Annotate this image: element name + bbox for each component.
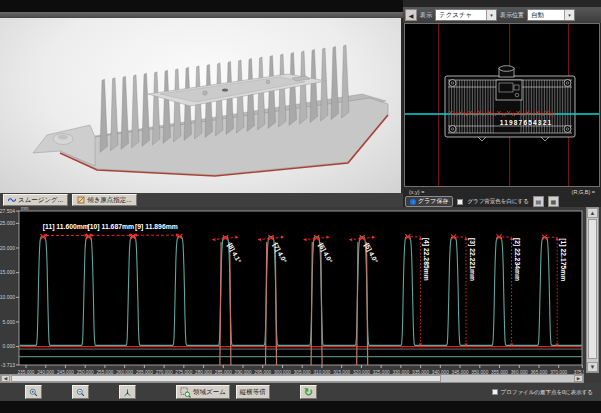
display-position-value: 自動	[528, 11, 564, 20]
top-view-toolbar: ◀ 表示 テクスチャ ▾ 表示位置 自動 ▾	[403, 7, 601, 23]
save-graph-button[interactable]: ↓ グラフ保存	[405, 196, 453, 207]
3d-viewport[interactable]	[0, 18, 403, 193]
copy-icon-button[interactable]: ▦	[548, 196, 559, 207]
profile-lowest-point-checkbox[interactable]	[492, 389, 498, 395]
axis-icon	[123, 387, 132, 398]
display-position-select[interactable]: 自動 ▾	[527, 9, 575, 21]
refresh-icon: ↻	[304, 387, 313, 397]
graph-bg-white-label: グラフ背景色を白にする	[467, 198, 528, 205]
svg-text:25.000: 25.000	[0, 220, 15, 226]
zoom-out-icon	[76, 387, 85, 398]
profile-graph-panel: mm27.50425.00020.00015.00010.0005.0000.0…	[0, 207, 601, 383]
measurement-application-window: スムージング... 傾き原点指定... ◀ 表示 テクスチャ ▾ 表示位置 自動…	[0, 0, 601, 413]
vertical-scroll-thumb[interactable]	[588, 219, 597, 359]
heatsink-3d-render	[0, 18, 403, 193]
profile-graph-canvas[interactable]: mm27.50425.00020.00015.00010.0005.0000.0…	[0, 207, 584, 374]
area-zoom-icon	[180, 387, 191, 398]
smoothing-button[interactable]: スムージング...	[3, 194, 68, 206]
top-black-strip	[0, 0, 403, 12]
collapse-panel-button[interactable]: ◀	[405, 9, 417, 21]
top-view-2d[interactable]: 11987654321	[404, 23, 600, 187]
zoom-out-button[interactable]	[72, 385, 89, 399]
display-mode-label: 表示	[420, 11, 432, 20]
equal-scale-label: 縦横等倍	[240, 388, 266, 397]
graph-toolbar: 領域ズーム 縦横等倍 ↻ プロファイルの最下点を0に表示する	[0, 383, 601, 401]
chevron-down-icon: ▾	[486, 10, 496, 20]
distance-measurement-label: [11] 11.600mm	[43, 223, 89, 231]
tilt-origin-icon	[77, 196, 85, 204]
part-top-view-drawing: 11987654321	[405, 24, 599, 186]
distance-measurement-label: [9] 11.896mm	[135, 223, 178, 231]
height-measurement-label: [4] 22.285mm	[422, 238, 430, 281]
svg-text:0.000: 0.000	[2, 343, 15, 349]
graph-action-row: ↓ グラフ保存 グラフ背景色を白にする ▤ ▦	[403, 196, 601, 207]
area-zoom-button[interactable]: 領域ズーム	[176, 385, 230, 399]
fin-number-labels: 11987654321	[500, 119, 553, 126]
cursor-xy-readout: (x,y) =	[409, 189, 424, 195]
scroll-down-icon[interactable]: ▼	[587, 362, 598, 372]
scroll-left-icon[interactable]: ◀	[1, 375, 10, 382]
tilt-origin-button-label: 傾き原点指定...	[87, 196, 132, 205]
bottom-black-strip	[0, 401, 601, 413]
collapse-icon: ◀	[409, 12, 414, 19]
top-view-panel: ◀ 表示 テクスチャ ▾ 表示位置 自動 ▾ 11987654321 (x,y)…	[403, 0, 601, 207]
graph-vertical-scrollbar[interactable]: ▲ ▼	[586, 207, 599, 373]
display-mode-value: テクスチャ	[436, 11, 486, 20]
zoom-in-button[interactable]	[25, 385, 42, 399]
height-measurement-label: [3] 22.221mm	[468, 238, 476, 281]
save-graph-icon: ↓	[410, 199, 416, 205]
tilt-origin-button[interactable]: 傾き原点指定...	[72, 194, 137, 206]
axis-origin-button[interactable]	[119, 385, 136, 399]
cursor-status-bar: (x,y) = (R,G,B) =	[403, 187, 601, 196]
svg-text:27.504: 27.504	[0, 208, 15, 214]
svg-text:20.000: 20.000	[0, 245, 15, 251]
height-measurement-label: [1] 22.175mm	[559, 238, 567, 281]
chevron-down-icon: ▾	[564, 10, 574, 20]
height-measurement-label: [2] 22.234mm	[513, 238, 521, 281]
display-mode-select[interactable]: テクスチャ ▾	[435, 9, 497, 21]
graph-bg-white-checkbox[interactable]	[457, 199, 463, 205]
svg-text:10.000: 10.000	[0, 294, 15, 300]
equal-scale-button[interactable]: 縦横等倍	[236, 385, 270, 399]
viewer3d-button-row: スムージング... 傾き原点指定...	[0, 193, 403, 207]
refresh-button[interactable]: ↻	[300, 385, 317, 399]
zoom-in-icon	[29, 387, 38, 398]
export-icon-button[interactable]: ▤	[533, 196, 544, 207]
svg-text:-3.713: -3.713	[1, 362, 15, 368]
svg-text:15.000: 15.000	[0, 269, 15, 275]
display-position-label: 表示位置	[500, 11, 524, 20]
distance-measurement-label: [10] 11.687mm	[88, 223, 134, 231]
area-zoom-label: 領域ズーム	[193, 388, 226, 397]
svg-text:5.000: 5.000	[2, 319, 15, 325]
cursor-rgb-readout: (R,G,B) =	[572, 189, 595, 195]
profile-lowest-point-label: プロファイルの最下点を0に表示する	[501, 389, 593, 396]
smoothing-button-label: スムージング...	[18, 196, 63, 205]
scroll-right-icon[interactable]: ▶	[574, 375, 583, 382]
graph-horizontal-scrollbar[interactable]: ◀ ▶	[0, 374, 584, 383]
scroll-up-icon[interactable]: ▲	[587, 208, 598, 218]
save-graph-label: グラフ保存	[418, 197, 448, 206]
horizontal-scroll-thumb[interactable]	[11, 375, 441, 382]
smoothing-icon	[8, 196, 16, 204]
svg-text:mm: mm	[21, 207, 29, 211]
